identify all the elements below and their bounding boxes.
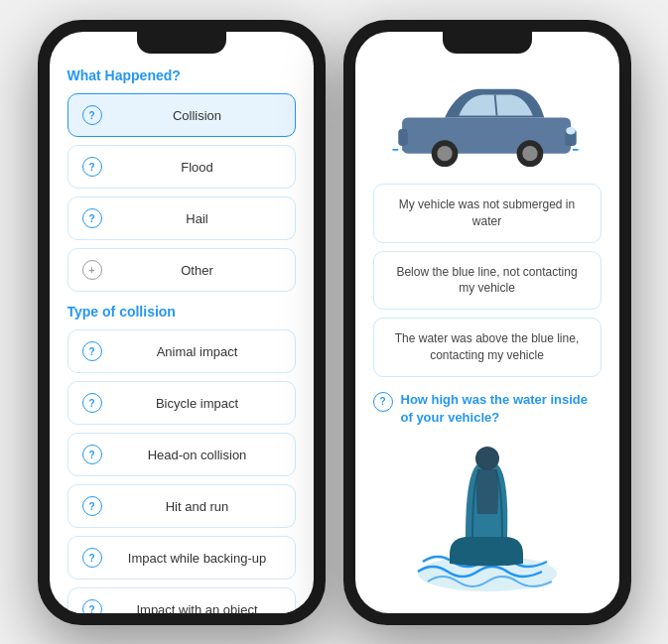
svg-rect-8 [398,129,408,146]
object-label: Impact with an object [114,602,281,614]
water-height-question: ? How high was the water inside of your … [373,391,601,427]
option-headon-collision[interactable]: ? Head-on collision [67,433,296,476]
option-other[interactable]: + Other [67,248,296,292]
water-option-below-line[interactable]: Below the blue line, not contacting my v… [373,251,601,311]
right-phone-screen: My vehicle was not submerged in water Be… [355,32,619,613]
svg-point-4 [437,146,452,161]
question-icon-collision: ? [82,105,102,125]
what-happened-title: What Happened? [67,67,296,83]
option-impact-object[interactable]: ? Impact with an object [67,587,296,613]
question-icon-flood: ? [82,157,102,177]
question-icon-water-height: ? [373,392,393,412]
question-icon-headon: ? [82,445,102,464]
car-svg [383,79,592,174]
flood-label: Flood [114,160,281,175]
question-icon-object: ? [82,599,102,613]
other-label: Other [114,263,281,278]
svg-point-9 [566,127,576,135]
water-option-above-line[interactable]: The water was above the blue line, conta… [373,318,601,377]
question-icon-bicycle: ? [82,393,102,413]
hail-label: Hail [114,211,281,226]
right-phone: My vehicle was not submerged in water Be… [343,20,631,625]
water-option-not-submerged[interactable]: My vehicle was not submerged in water [373,184,601,243]
question-icon-backing: ? [82,548,102,568]
svg-rect-1 [402,117,571,153]
seat-svg [408,445,567,598]
option-bicycle-impact[interactable]: ? Bicycle impact [67,381,296,425]
water-option-above-line-label: The water was above the blue line, conta… [395,331,579,362]
water-option-not-submerged-label: My vehicle was not submerged in water [399,197,575,228]
question-icon-hail: ? [82,208,102,228]
option-impact-backing[interactable]: ? Impact while backing-up [67,536,296,580]
car-illustration [373,64,601,184]
seat-illustration [373,437,601,606]
plus-icon-other: + [82,260,102,280]
left-screen-content: What Happened? ? Collision ? Flood ? Hai… [50,32,314,613]
option-collision[interactable]: ? Collision [67,93,296,137]
backing-label: Impact while backing-up [114,551,281,566]
left-phone-screen: What Happened? ? Collision ? Flood ? Hai… [50,32,314,613]
animal-impact-label: Animal impact [114,344,281,359]
option-hail[interactable]: ? Hail [67,196,296,240]
option-animal-impact[interactable]: ? Animal impact [67,329,296,373]
type-of-collision-title: Type of collision [67,304,296,320]
left-phone: What Happened? ? Collision ? Flood ? Hai… [38,20,326,625]
headon-label: Head-on collision [114,448,281,462]
right-notch [443,32,532,54]
svg-point-6 [522,146,537,161]
svg-point-11 [475,447,499,470]
water-option-below-line-label: Below the blue line, not contacting my v… [396,265,577,296]
phones-container: What Happened? ? Collision ? Flood ? Hai… [18,0,651,644]
water-height-text: How high was the water inside of your ve… [401,391,601,427]
right-screen-content: My vehicle was not submerged in water Be… [355,32,619,613]
question-icon-animal: ? [82,341,102,361]
option-hit-and-run[interactable]: ? Hit and run [67,484,296,528]
option-flood[interactable]: ? Flood [67,145,296,189]
collision-label: Collision [114,108,281,123]
left-notch [137,32,226,54]
bicycle-impact-label: Bicycle impact [114,396,281,411]
question-icon-hitrun: ? [82,496,102,516]
hit-and-run-label: Hit and run [114,499,281,514]
